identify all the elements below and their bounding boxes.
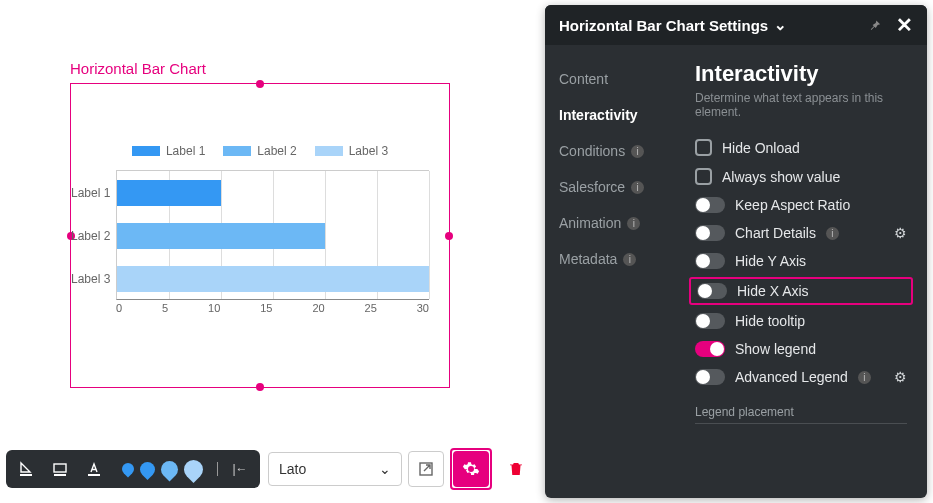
legend-item: Label 1 — [166, 144, 205, 158]
toggle-chart-details[interactable] — [695, 225, 725, 241]
toggle-show-legend[interactable] — [695, 341, 725, 357]
svg-rect-1 — [54, 464, 66, 472]
y-tick: Label 1 — [71, 173, 110, 213]
resize-handle-right[interactable] — [445, 232, 453, 240]
bar — [117, 223, 325, 249]
chart-legend: Label 1 Label 2 Label 3 — [71, 84, 449, 170]
svg-rect-3 — [88, 474, 100, 476]
info-icon: i — [631, 181, 644, 194]
chart-selection-frame[interactable]: Label 1 Label 2 Label 3 Label 1 Label 2 … — [70, 83, 450, 388]
bottom-toolbar: |← Lato ⌄ — [6, 449, 534, 489]
tab-content[interactable]: Content — [559, 61, 685, 97]
label-hide-y-axis: Hide Y Axis — [735, 253, 806, 269]
open-external-button[interactable] — [408, 451, 444, 487]
label-hide-x-axis: Hide X Axis — [737, 283, 809, 299]
legend-placement-label: Legend placement — [695, 395, 907, 424]
tab-interactivity[interactable]: Interactivity — [559, 97, 685, 133]
x-tick: 0 — [116, 302, 122, 314]
font-select[interactable]: Lato ⌄ — [268, 452, 402, 486]
fill-color-button[interactable] — [14, 457, 38, 481]
pin-icon[interactable] — [867, 18, 882, 33]
info-icon: i — [631, 145, 644, 158]
series-color-1[interactable] — [120, 461, 137, 478]
info-icon: i — [627, 217, 640, 230]
x-tick: 30 — [417, 302, 429, 314]
bar — [117, 266, 429, 292]
checkbox-hide-onload[interactable] — [695, 139, 712, 156]
panel-title: Horizontal Bar Chart Settings — [559, 17, 768, 34]
y-tick: Label 3 — [71, 259, 110, 299]
series-color-3[interactable] — [157, 457, 181, 481]
panel-title-dropdown[interactable]: Horizontal Bar Chart Settings ⌄ — [559, 16, 787, 34]
x-tick: 20 — [312, 302, 324, 314]
chart-plot: Label 1 Label 2 Label 3 0 5 10 15 20 25 … — [116, 170, 429, 310]
toggle-advanced-legend[interactable] — [695, 369, 725, 385]
settings-button[interactable] — [453, 451, 489, 487]
checkbox-always-show[interactable] — [695, 168, 712, 185]
label-show-legend: Show legend — [735, 341, 816, 357]
close-icon[interactable]: ✕ — [896, 13, 913, 37]
tab-salesforce[interactable]: Salesforcei — [559, 169, 685, 205]
info-icon: i — [623, 253, 636, 266]
border-color-button[interactable] — [48, 457, 72, 481]
settings-panel: Horizontal Bar Chart Settings ⌄ ✕ Conten… — [545, 5, 927, 498]
font-select-value: Lato — [279, 461, 306, 477]
series-color-4[interactable] — [180, 456, 207, 483]
toggle-aspect-ratio[interactable] — [695, 197, 725, 213]
label-chart-details: Chart Details — [735, 225, 816, 241]
y-tick: Label 2 — [71, 216, 110, 256]
x-tick: 5 — [162, 302, 168, 314]
toggle-hide-y-axis[interactable] — [695, 253, 725, 269]
delete-button[interactable] — [498, 451, 534, 487]
label-hide-onload: Hide Onload — [722, 140, 800, 156]
series-color-2[interactable] — [137, 458, 158, 479]
svg-rect-2 — [54, 474, 66, 476]
settings-tabs: Content Interactivity Conditionsi Salesf… — [545, 45, 685, 498]
label-advanced-legend: Advanced Legend — [735, 369, 848, 385]
x-tick: 15 — [260, 302, 272, 314]
toggle-hide-tooltip[interactable] — [695, 313, 725, 329]
tab-animation[interactable]: Animationi — [559, 205, 685, 241]
label-aspect-ratio: Keep Aspect Ratio — [735, 197, 850, 213]
chevron-down-icon: ⌄ — [774, 16, 787, 34]
label-hide-tooltip: Hide tooltip — [735, 313, 805, 329]
section-heading: Interactivity — [695, 61, 907, 87]
x-tick: 25 — [365, 302, 377, 314]
svg-rect-0 — [20, 474, 32, 476]
legend-item: Label 2 — [257, 144, 296, 158]
section-hint: Determine what text appears in this elem… — [695, 91, 907, 119]
bar — [117, 180, 221, 206]
resize-handle-top[interactable] — [256, 80, 264, 88]
spacing-button[interactable]: |← — [228, 457, 252, 481]
toggle-hide-x-axis[interactable] — [697, 283, 727, 299]
chart-title: Horizontal Bar Chart — [70, 60, 500, 77]
gear-icon[interactable]: ⚙ — [894, 225, 907, 241]
info-icon: i — [826, 227, 839, 240]
resize-handle-bottom[interactable] — [256, 383, 264, 391]
legend-item: Label 3 — [349, 144, 388, 158]
tab-conditions[interactable]: Conditionsi — [559, 133, 685, 169]
label-always-show: Always show value — [722, 169, 840, 185]
chevron-down-icon: ⌄ — [379, 461, 391, 477]
gear-icon[interactable]: ⚙ — [894, 369, 907, 385]
tab-metadata[interactable]: Metadatai — [559, 241, 685, 277]
x-tick: 10 — [208, 302, 220, 314]
info-icon: i — [858, 371, 871, 384]
text-color-button[interactable] — [82, 457, 106, 481]
